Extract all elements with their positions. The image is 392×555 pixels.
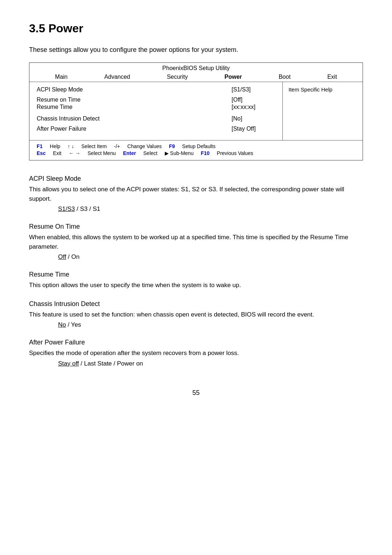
bios-help-title: Item Specific Help — [289, 86, 332, 93]
desc-acpi-sleep-title: ACPI Sleep Mode — [29, 175, 363, 183]
desc-acpi-sleep-options: S1/S3 / S3 / S1 — [58, 205, 363, 213]
key-esc-label: Exit — [53, 150, 61, 156]
desc-chassis-title: Chassis Intrusion Detect — [29, 300, 363, 308]
bios-label-resume-time: Resume Time — [37, 104, 232, 110]
bios-footer-row-1: F1 Help ↑ ↓ Select Item -/+ Change Value… — [37, 143, 355, 149]
key-enter-label: Select — [143, 150, 158, 156]
desc-acpi-sleep: ACPI Sleep Mode This allows you to selec… — [29, 175, 363, 213]
bios-value-acpi-sleep: [S1/S3] — [232, 86, 275, 93]
bios-nav-security[interactable]: Security — [164, 74, 191, 80]
chassis-option-default: No — [58, 321, 66, 328]
after-power-option-default: Stay off — [58, 360, 79, 367]
bios-value-resume-on-time: [Off] — [232, 97, 275, 103]
bios-value-resume-time: [xx:xx:xx] — [232, 104, 275, 110]
bios-setup-table: PhoenixBIOS Setup Utility Main Advanced … — [29, 62, 363, 160]
desc-resume-on-time-options: Off / On — [58, 253, 363, 261]
bios-setting-after-power[interactable]: After Power Failure [Stay Off] — [37, 126, 275, 132]
key-f10: F10 — [201, 150, 209, 156]
bios-label-after-power: After Power Failure — [37, 126, 232, 132]
desc-chassis-options: No / Yes — [58, 321, 363, 328]
key-f1: F1 — [37, 143, 42, 149]
key-enter: Enter — [123, 150, 136, 156]
desc-resume-time: Resume Time This option allows the user … — [29, 271, 363, 290]
desc-chassis: Chassis Intrusion Detect This feature is… — [29, 300, 363, 329]
key-lr-arrows: ← → — [69, 150, 80, 156]
resume-option-rest: / On — [66, 253, 79, 260]
bios-nav-exit[interactable]: Exit — [324, 74, 340, 80]
desc-after-power-body: Specifies the mode of operation after th… — [29, 348, 363, 358]
key-f10-label: Previous Values — [217, 150, 253, 156]
key-f1-label: Help — [50, 143, 60, 149]
bios-label-chassis: Chassis Intrusion Detect — [37, 115, 232, 122]
acpi-option-rest: / S3 / S1 — [75, 205, 100, 212]
bios-setting-resume-on-time[interactable]: Resume on Time [Off] — [37, 97, 275, 103]
intro-text: These settings allow you to configure th… — [29, 46, 363, 54]
desc-resume-time-title: Resume Time — [29, 271, 363, 278]
bios-nav-power[interactable]: Power — [222, 74, 245, 80]
desc-after-power-options: Stay off / Last State / Power on — [58, 360, 363, 367]
key-esc: Esc — [37, 150, 46, 156]
bios-utility-title: PhoenixBIOS Setup Utility — [162, 65, 230, 71]
acpi-option-default: S1/S3 — [58, 205, 75, 212]
page-number: 55 — [29, 389, 363, 397]
bios-value-chassis: [No] — [232, 115, 275, 122]
desc-after-power: After Power Failure Specifies the mode o… — [29, 339, 363, 367]
desc-resume-on-time: Resume On Time When enabled, this allows… — [29, 223, 363, 261]
key-arrows: ↑ ↓ — [68, 143, 74, 149]
bios-setting-acpi-sleep[interactable]: ACPI Sleep Mode [S1/S3] — [37, 86, 275, 93]
key-arrows-label: Select Item — [81, 143, 107, 149]
key-plusminus: -/+ — [114, 143, 120, 149]
bios-help-panel: Item Specific Help — [283, 82, 363, 140]
bios-nav-main[interactable]: Main — [52, 74, 71, 80]
bios-value-after-power: [Stay Off] — [232, 126, 275, 132]
bios-nav-advanced[interactable]: Advanced — [101, 74, 133, 80]
chassis-option-rest: / Yes — [66, 321, 81, 328]
resume-option-default: Off — [58, 253, 66, 260]
page-title: 3.5 Power — [29, 22, 363, 35]
bios-header: PhoenixBIOS Setup Utility — [29, 63, 363, 72]
desc-resume-time-body: This option allows the user to specify t… — [29, 281, 363, 290]
key-plusminus-label: Change Values — [127, 143, 162, 149]
bios-setting-resume-time[interactable]: Resume Time [xx:xx:xx] — [37, 104, 275, 110]
bios-nav-boot[interactable]: Boot — [276, 74, 294, 80]
bios-setting-chassis[interactable]: Chassis Intrusion Detect [No] — [37, 115, 275, 122]
key-f9: F9 — [169, 143, 175, 149]
bios-label-resume-on-time: Resume on Time — [37, 97, 232, 103]
bios-main-panel: ACPI Sleep Mode [S1/S3] Resume on Time [… — [29, 82, 283, 140]
bios-label-acpi-sleep: ACPI Sleep Mode — [37, 86, 232, 93]
after-power-option-rest: / Last State / Power on — [79, 360, 143, 367]
desc-after-power-title: After Power Failure — [29, 339, 363, 346]
bios-body: ACPI Sleep Mode [S1/S3] Resume on Time [… — [29, 82, 363, 140]
desc-acpi-sleep-body: This allows you to select one of the ACP… — [29, 185, 363, 203]
desc-chassis-body: This feature is used to set the function… — [29, 310, 363, 319]
bios-footer-row-2: Esc Exit ← → Select Menu Enter Select ▶ … — [37, 150, 355, 156]
desc-resume-on-time-body: When enabled, this allows the system to … — [29, 233, 363, 251]
key-f9-label: Setup Defaults — [182, 143, 216, 149]
bios-nav: Main Advanced Security Power Boot Exit — [29, 72, 363, 82]
bios-footer: F1 Help ↑ ↓ Select Item -/+ Change Value… — [29, 140, 363, 160]
key-submenu: ▶ Sub-Menu — [165, 150, 193, 156]
desc-resume-on-time-title: Resume On Time — [29, 223, 363, 230]
key-lr-label: Select Menu — [87, 150, 116, 156]
